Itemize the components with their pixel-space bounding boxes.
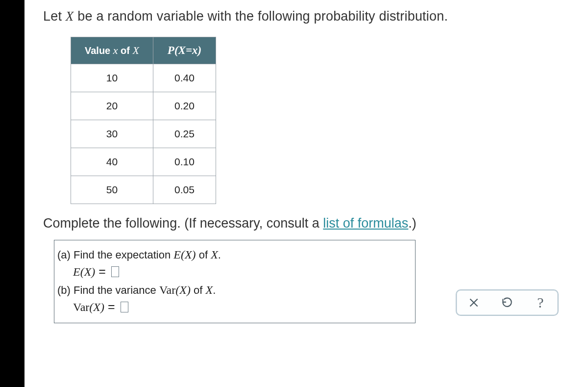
instruction-line: Complete the following. (If necessary, c… (43, 216, 574, 231)
table-row: 20 0.20 (71, 92, 216, 120)
cell-x: 20 (71, 92, 153, 120)
header-probability: P(X=x) (153, 37, 216, 64)
part-a-var: X (211, 248, 218, 261)
cell-x: 10 (71, 64, 153, 92)
part-a-of: of (196, 249, 211, 261)
clear-button[interactable] (466, 295, 481, 310)
part-a: (a) Find the expectation E(X) of X. (57, 248, 408, 261)
cell-p: 0.10 (153, 148, 216, 176)
table-row: 50 0.05 (71, 176, 216, 204)
reset-button[interactable] (500, 295, 514, 310)
part-b-var: X (205, 284, 213, 296)
table-header-row: Value x of X P(X=x) (71, 37, 216, 64)
variance-input[interactable] (121, 302, 128, 312)
cell-x: 30 (71, 120, 153, 148)
part-a-expr: E(X) (173, 248, 196, 261)
part-a-label: (a) Find the expectation (57, 249, 173, 261)
table-row: 10 0.40 (71, 64, 216, 92)
part-b-label: (b) Find the variance (57, 284, 159, 296)
table-row: 30 0.25 (71, 120, 216, 148)
part-a-lhs: E(X) (73, 265, 95, 278)
instruction-prefix: Complete the following. (If necessary, c… (43, 216, 323, 231)
prompt-variable: X (66, 9, 74, 24)
question-mark-icon: ? (537, 294, 543, 311)
cell-p: 0.20 (153, 92, 216, 120)
cell-x: 50 (71, 176, 153, 204)
undo-icon (501, 296, 514, 309)
question-content: Let X be a random variable with the foll… (24, 0, 588, 387)
prompt-prefix: Let (43, 9, 66, 24)
distribution-table: Value x of X P(X=x) 10 0.40 20 0.20 (71, 37, 216, 204)
toolbar: ? (456, 289, 559, 316)
answer-box: (a) Find the expectation E(X) of X. E(X)… (54, 240, 416, 323)
formulas-link[interactable]: list of formulas (323, 216, 408, 231)
cell-p: 0.40 (153, 64, 216, 92)
eq-op: = (95, 264, 109, 278)
expectation-input[interactable] (111, 266, 119, 277)
part-b-period: . (213, 284, 216, 296)
part-b-of: of (191, 284, 206, 296)
prompt-suffix: be a random variable with the following … (74, 9, 448, 24)
left-sidebar (0, 0, 24, 387)
cell-p: 0.05 (153, 176, 216, 204)
part-a-equation: E(X) = (73, 264, 408, 279)
header-value: Value x of X (71, 37, 153, 64)
eq-op: = (104, 300, 119, 313)
part-b-equation: Var(X) = (73, 300, 408, 314)
part-b-lhs: Var(X) (73, 301, 104, 313)
help-button[interactable]: ? (533, 295, 548, 310)
question-prompt: Let X be a random variable with the foll… (43, 9, 574, 24)
table-row: 40 0.10 (71, 148, 216, 176)
part-a-period: . (218, 249, 221, 261)
cell-x: 40 (71, 148, 153, 176)
part-b-expr: Var(X) (159, 284, 191, 296)
instruction-suffix: .) (408, 216, 416, 231)
cell-p: 0.25 (153, 120, 216, 148)
part-b: (b) Find the variance Var(X) of X. (57, 284, 408, 297)
close-icon (467, 296, 480, 309)
